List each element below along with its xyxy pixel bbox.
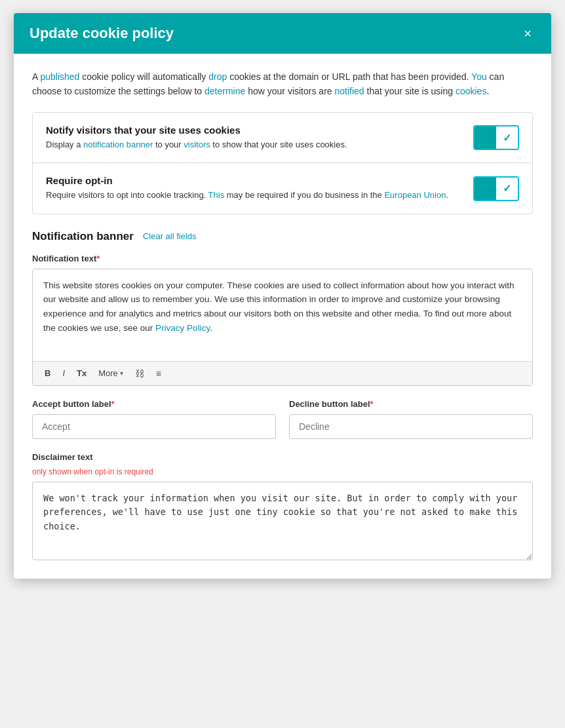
disclaimer-textarea[interactable]: We won't track your information when you… [32,482,533,560]
disclaimer-label: Disclaimer text [32,452,533,462]
disclaimer-field: Disclaimer text only shown when opt-in i… [32,452,533,563]
notify-visitors-info: Notify visitors that your site uses cook… [46,125,473,151]
require-optin-title: Require opt-in [46,175,460,186]
decline-label: Decline button label* [289,399,533,409]
required-asterisk: * [96,254,100,263]
more-button[interactable]: More ▾ [96,367,126,379]
notification-text-field: Notification text* This website stores c… [32,254,533,386]
toggle-off-side-2 [475,178,496,200]
privacy-policy-link: Privacy Policy [155,323,210,333]
toggle-checkmark: ✓ [503,132,511,144]
accept-button-field: Accept button label* [32,399,276,439]
intro-cookies-link: cookies [456,86,486,96]
strikethrough-button[interactable]: Tx [74,367,89,379]
notify-visitors-desc: Display a notification banner to your vi… [46,138,460,151]
accept-input[interactable] [32,414,276,439]
intro-text: A published cookie policy will automatic… [32,69,533,99]
chevron-down-icon: ▾ [120,370,123,377]
notify-visitors-toggle-wrapper: ✓ [473,125,519,150]
toggle-checkmark-2: ✓ [503,182,511,195]
accept-label: Accept button label* [32,399,276,409]
close-button[interactable]: × [520,26,536,41]
decline-required: * [370,399,374,409]
section-title: Notification banner [32,230,134,243]
require-optin-toggle[interactable]: ✓ [473,176,519,201]
intro-you-link: You [471,71,487,82]
modal-body: A published cookie policy will automatic… [14,54,551,579]
intro-drop-link: drop [208,71,227,82]
require-optin-toggle-wrapper: ✓ [473,176,519,201]
toggle-off-side [475,126,496,149]
notify-visitors-toggle[interactable]: ✓ [473,125,519,150]
list-icon[interactable]: ≡ [153,367,164,380]
modal-header: Update cookie policy × [14,13,551,54]
decline-input[interactable] [289,414,533,439]
italic-button[interactable]: I [60,367,68,379]
disclaimer-hint: only shown when opt-in is required [32,467,533,476]
notification-text-box: This website stores cookies on your comp… [32,269,533,386]
require-optin-desc: Require visitors to opt into cookie trac… [46,189,460,202]
button-labels-row: Accept button label* Decline button labe… [32,399,533,439]
visitors-link: visitors [184,140,210,149]
update-cookie-policy-modal: Update cookie policy × A published cooki… [14,13,551,579]
link-icon[interactable]: ⛓ [132,367,147,380]
notify-visitors-setting: Notify visitors that your site uses cook… [33,113,532,164]
intro-notified-link: notified [334,86,364,96]
notification-banner-link: notification banner [83,140,153,149]
decline-button-field: Decline button label* [289,399,533,439]
toggle-on-side-2: ✓ [496,178,518,200]
require-optin-info: Require opt-in Require visitors to opt i… [46,175,473,202]
notify-visitors-title: Notify visitors that your site uses cook… [46,125,460,136]
notification-text-label: Notification text* [32,254,533,263]
accept-required: * [111,399,115,409]
intro-published-link: published [40,71,79,82]
toggle-on-side: ✓ [496,126,518,149]
notification-banner-header: Notification banner Clear all fields [32,230,533,243]
require-optin-setting: Require opt-in Require visitors to opt i… [33,163,532,214]
notification-text-content[interactable]: This website stores cookies on your comp… [33,269,532,361]
text-toolbar: B I Tx More ▾ ⛓ ≡ [33,361,532,385]
disclaimer-wrapper: We won't track your information when you… [32,482,533,563]
resize-handle-icon: ⌟ [526,552,531,561]
clear-all-fields-link[interactable]: Clear all fields [143,231,197,241]
settings-box: Notify visitors that your site uses cook… [32,112,533,214]
bold-button[interactable]: B [42,367,53,379]
this-link: This [208,190,225,200]
european-union-link: European Union [384,190,446,200]
modal-title: Update cookie policy [29,25,174,42]
intro-determine-link: determine [205,86,245,96]
